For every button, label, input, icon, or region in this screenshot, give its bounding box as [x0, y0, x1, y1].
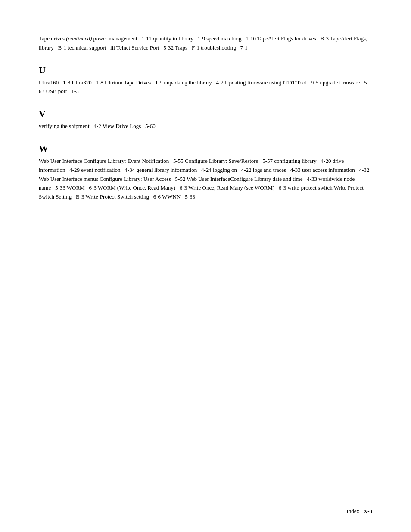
entry-worm-write-once-read-many: WORM (Write Once, Read Many) 6-3: [98, 184, 187, 191]
entry-event-notification: event notification 4-34: [81, 167, 135, 173]
entry-wwnn: WWNN 5-33: [162, 193, 195, 200]
entry-view-drive-logs: View Drive Logs 5-60: [103, 123, 156, 129]
entry-traps: Traps F-1: [175, 44, 199, 51]
page-footer: Index X-3: [346, 508, 372, 515]
entry-user-access-information: user access information 4-32: [302, 167, 369, 173]
entry-web-user-interface-configure-library: Web User InterfaceConfigure Library: [187, 176, 271, 182]
entry-tape-drives: Tape drives (continued): [39, 35, 92, 42]
entry-configure-library-user-access: Configure Library: User Access 5-52: [100, 176, 185, 182]
entry-for-drives: for drives B-3: [295, 35, 329, 42]
entry-usb-port: USB port 1-3: [46, 88, 79, 94]
page-content: Tape drives (continued) power management…: [0, 0, 411, 236]
entry-configuring-library: configuring library 4-20: [274, 158, 331, 164]
entry-worm-ref: WORM) 6-3: [255, 184, 286, 191]
entry-configure-library-event: Configure Library: Event: [84, 158, 140, 164]
entry-using-itdt-tool: using ITDT Tool 9-5: [269, 79, 319, 86]
entry-power-management: power management 1-11: [93, 35, 152, 42]
section-w: W Web User Interface Configure Library: …: [39, 143, 372, 202]
entry-web-user-interface: Web User Interface: [39, 158, 82, 164]
entry-technical-support: technical support iii: [68, 44, 115, 51]
footer-page-number: X-3: [364, 508, 372, 514]
entry-setting-6-6: setting 6-6: [134, 193, 161, 200]
section-u: U Ultra160 1-8 Ultra320 1-8 Ultrium Tape…: [39, 65, 372, 96]
footer-index-label: Index: [346, 508, 363, 514]
entry-troubleshooting: troubleshooting 7-1: [201, 44, 248, 51]
entry-write-protect-switch: write-protect switch: [287, 184, 332, 191]
continued-label: (continued): [66, 35, 92, 42]
entry-ultrium-tape-drives: Ultrium Tape Drives 1-9: [105, 79, 162, 86]
entry-notification: Notification 5-55: [142, 158, 183, 164]
entry-logs-and-traces: logs and traces 4-33: [253, 167, 301, 173]
entry-date-and-time: date and time 4-33: [272, 176, 317, 182]
letter-w: W: [39, 143, 372, 154]
entry-quantity-in-library: quantity in library 1-9: [153, 35, 205, 42]
letter-u: U: [39, 65, 372, 76]
entry-tapealert-flags: TapeAlert Flags: [257, 35, 293, 42]
section-continuation: Tape drives (continued) power management…: [39, 34, 372, 53]
entry-unpacking-library: unpacking the library 4-2: [164, 79, 224, 86]
entry-write-protect-switch-cap: Write-Protect Switch: [85, 193, 133, 200]
entry-speed-matching: speed matching 1-10: [206, 35, 256, 42]
section-v: V verifying the shipment 4-2 View Drive …: [39, 108, 372, 131]
entry-ultra160: Ultra160 1-8: [39, 79, 70, 86]
entry-general-library-information: general library information 4-24: [136, 167, 211, 173]
entry-logging-on: logging on 4-22: [213, 167, 252, 173]
letter-v: V: [39, 108, 372, 119]
entry-ultra320: Ultra320 1-8: [72, 79, 103, 86]
entry-telnet-service-port: Telnet Service Port 5-32: [116, 44, 174, 51]
entry-configure-library-save-restore: Configure Library: Save/Restore 5-57: [185, 158, 273, 164]
entry-write-once-read-many-see: Write Once, Read Many (see: [188, 184, 253, 191]
entry-worm: WORM 6-3: [67, 184, 97, 191]
entry-web-user-interface-menus: Web User Interface menus: [39, 176, 98, 182]
entry-updating-firmware: Updating firmware: [225, 79, 268, 86]
entry-verifying-shipment: verifying the shipment 4-2: [39, 123, 101, 129]
